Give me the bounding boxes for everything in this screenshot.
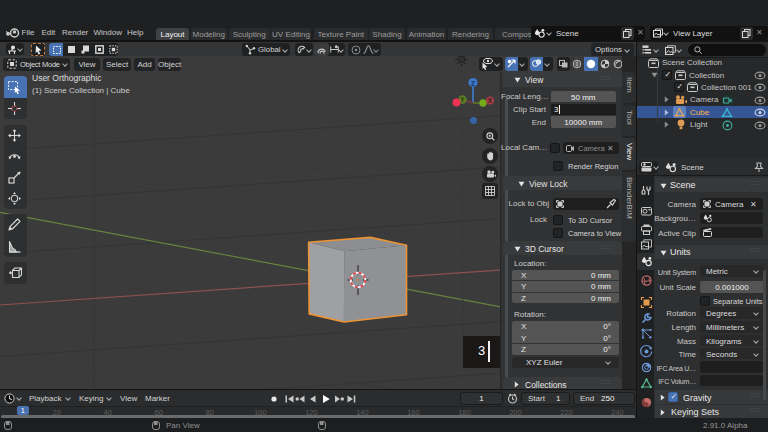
svg-text:Z: Z [471,80,475,87]
svg-text:Y: Y [460,96,465,103]
svg-text:X: X [488,97,493,104]
